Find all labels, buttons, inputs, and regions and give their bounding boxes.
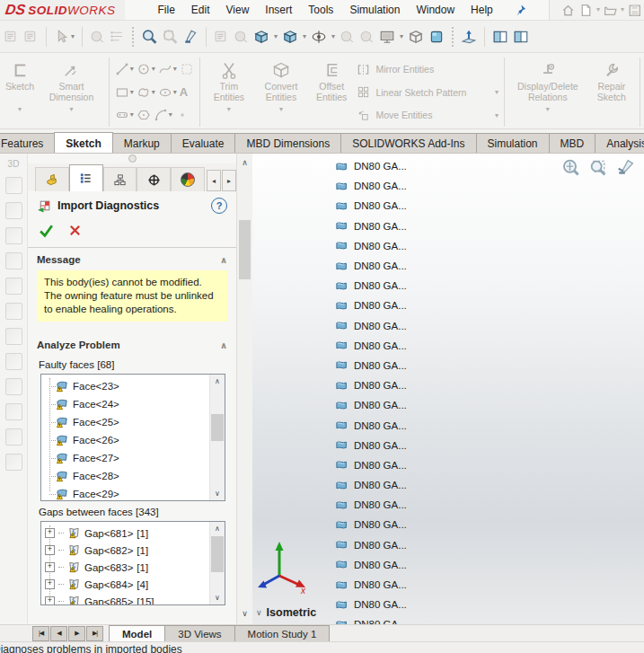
- annotation-item[interactable]: DN80 GA...: [335, 296, 407, 315]
- annotation-item[interactable]: DN80 GA...: [335, 236, 407, 256]
- command-tab[interactable]: Evaluate: [171, 133, 236, 153]
- pin-menubar-icon[interactable]: [514, 3, 527, 17]
- standard-views-dropdown-icon[interactable]: ▾: [303, 33, 306, 40]
- menu-item[interactable]: View: [218, 1, 258, 19]
- annotation-item[interactable]: DN80 GA...: [335, 455, 407, 475]
- hide-show-items-button[interactable]: [311, 29, 327, 45]
- scrollbar-thumb[interactable]: [239, 220, 251, 279]
- feature-tool-icon[interactable]: [5, 454, 22, 471]
- open-document-dropdown-icon[interactable]: ▾: [621, 6, 624, 13]
- annotation-item[interactable]: DN80 GA...: [335, 196, 407, 216]
- tab-property-manager[interactable]: [69, 164, 103, 191]
- display-style-button[interactable]: [408, 29, 424, 45]
- feature-tool-icon[interactable]: [5, 227, 22, 244]
- gap-item[interactable]: + Gap<681> [1]: [41, 525, 209, 542]
- feature-tool-icon[interactable]: [5, 278, 22, 295]
- gaps-scrollbar[interactable]: ∧ ∨: [209, 522, 225, 604]
- ok-check-button[interactable]: [39, 223, 54, 238]
- document-tab[interactable]: Motion Study 1: [234, 625, 331, 641]
- feature-tool-icon[interactable]: [5, 378, 22, 395]
- display-settings-dropdown-icon[interactable]: ▾: [400, 33, 403, 40]
- previous-tab-button[interactable]: ◀: [50, 626, 67, 641]
- scene-button[interactable]: [359, 29, 375, 44]
- annotation-item[interactable]: DN80 GA...: [335, 555, 407, 575]
- command-tab[interactable]: Sketch: [54, 132, 112, 153]
- menu-item[interactable]: Tools: [300, 1, 341, 19]
- last-tab-button[interactable]: ▶|: [86, 626, 103, 641]
- command-tab[interactable]: MBD Dimensions: [234, 133, 341, 153]
- scroll-down-icon[interactable]: ∨: [237, 606, 252, 621]
- line-dropdown-icon[interactable]: ▾: [130, 66, 134, 73]
- expand-plus-icon[interactable]: +: [45, 528, 55, 538]
- select-cursor-button[interactable]: ▾: [54, 29, 75, 44]
- standard-views-button[interactable]: [282, 29, 298, 45]
- menu-item[interactable]: Insert: [257, 1, 300, 19]
- expand-plus-icon[interactable]: +: [45, 579, 55, 589]
- annotation-item[interactable]: DN80 GA...: [335, 515, 407, 534]
- home-button[interactable]: [560, 3, 576, 18]
- slot-dropdown-icon[interactable]: ▾: [130, 111, 134, 119]
- faulty-faces-scrollbar[interactable]: ∧ ∨: [209, 375, 225, 500]
- feature-tool-icon[interactable]: [5, 303, 22, 320]
- command-tab[interactable]: MBD: [549, 133, 596, 153]
- linear-sketch-pattern-button[interactable]: Linear Sketch Pattern ▾: [357, 84, 498, 101]
- graphics-viewport[interactable]: DN80 GA... DN80 GA... DN80 GA... DN80 GA…: [252, 154, 644, 624]
- first-tab-button[interactable]: |◀: [32, 626, 49, 641]
- rectangle-tool-button[interactable]: ▾: [115, 85, 134, 100]
- instant3d-button[interactable]: [461, 29, 477, 45]
- faulty-face-item[interactable]: Face<26>: [41, 431, 209, 449]
- section-tool-button[interactable]: [182, 29, 198, 45]
- zoom-button[interactable]: [141, 29, 157, 45]
- expand-plus-icon[interactable]: +: [45, 562, 55, 572]
- polygon-tool-button[interactable]: [137, 108, 151, 122]
- collapse-chevron-icon[interactable]: ∧: [220, 340, 227, 350]
- new-document-button[interactable]: [578, 3, 594, 18]
- freeform-dropdown-icon[interactable]: ▾: [152, 89, 155, 96]
- collapse-chevron-icon[interactable]: ∧: [220, 255, 227, 265]
- slot-tool-button[interactable]: ▾: [115, 108, 134, 122]
- annotation-item[interactable]: DN80 GA...: [335, 595, 407, 614]
- scrollbar-thumb[interactable]: [211, 414, 224, 441]
- pan-button[interactable]: [214, 29, 229, 44]
- feature-tool-icon[interactable]: [5, 428, 22, 446]
- linear-pattern-dropdown-icon[interactable]: ▾: [495, 88, 498, 96]
- gap-item[interactable]: + Gap<683> [1]: [41, 559, 209, 576]
- rebuild-button[interactable]: [23, 29, 39, 44]
- annotation-item[interactable]: DN80 GA...: [335, 356, 407, 375]
- zoom-to-area-icon[interactable]: [588, 158, 607, 177]
- text-tool-button[interactable]: A: [180, 85, 188, 99]
- menu-item[interactable]: Help: [463, 1, 501, 19]
- smart-dimension-dropdown-icon[interactable]: ▾: [69, 104, 73, 115]
- cancel-x-button[interactable]: [68, 224, 82, 237]
- expand-plus-icon[interactable]: +: [45, 545, 55, 555]
- sketch-button[interactable]: Sketch ▾: [2, 56, 38, 128]
- mirror-entities-button[interactable]: Mirror Entities: [357, 61, 498, 77]
- spline-tool-button[interactable]: ▾: [158, 62, 177, 76]
- 3d-sketch-icon[interactable]: 3D: [8, 159, 20, 169]
- faulty-face-item[interactable]: Face<29>: [41, 485, 209, 500]
- scroll-down-icon[interactable]: ∨: [210, 487, 225, 500]
- document-tab[interactable]: 3D Views: [164, 625, 234, 641]
- panel-tab-scroll-left-button[interactable]: ◂: [207, 170, 221, 191]
- line-tool-button[interactable]: ▾: [115, 62, 134, 76]
- shaded-view-button[interactable]: [428, 29, 445, 45]
- scroll-up-icon[interactable]: ∧: [210, 375, 225, 388]
- faulty-face-item[interactable]: Face<23>: [41, 377, 209, 395]
- scroll-down-icon[interactable]: ∨: [210, 591, 225, 604]
- faulty-face-item[interactable]: Face<24>: [41, 395, 209, 413]
- new-document-dropdown-icon[interactable]: ▾: [596, 6, 600, 13]
- ellipse-tool-button[interactable]: ▾: [158, 85, 177, 100]
- next-tab-button[interactable]: ▶: [68, 626, 85, 641]
- annotation-item[interactable]: DN80 GA...: [335, 436, 407, 455]
- menu-item[interactable]: File: [150, 1, 183, 19]
- scroll-up-icon[interactable]: ∧: [210, 522, 225, 535]
- sketch-pattern-tool-button[interactable]: [180, 62, 194, 76]
- scrollbar-thumb[interactable]: [211, 536, 224, 572]
- annotation-item[interactable]: DN80 GA...: [335, 176, 407, 196]
- panel-scrollbar[interactable]: ∧ ∨: [236, 154, 252, 624]
- move-entities-button[interactable]: Move Entities ▾: [357, 107, 498, 123]
- circle-tool-button[interactable]: ▾: [137, 62, 155, 76]
- convert-entities-button[interactable]: Convert Entities ▾: [254, 56, 308, 128]
- print-preview-button[interactable]: [4, 29, 19, 44]
- spline-dropdown-icon[interactable]: ▾: [173, 66, 177, 73]
